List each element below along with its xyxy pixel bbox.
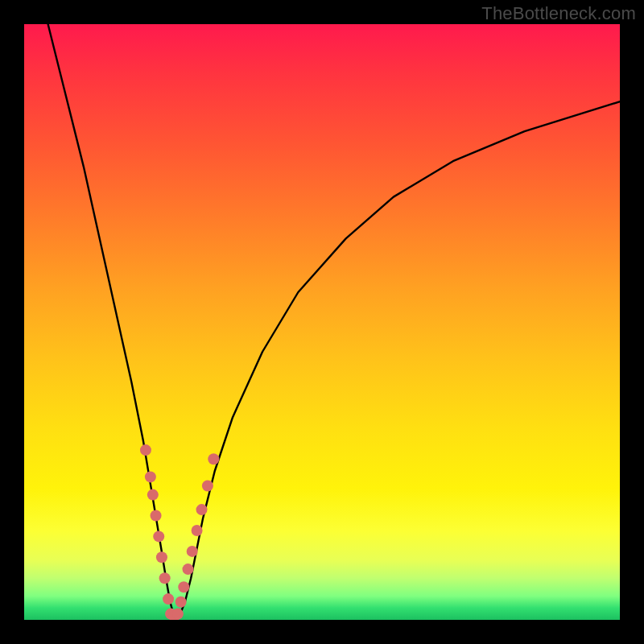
watermark-text: TheBottleneck.com [481, 3, 636, 24]
highlight-dot [145, 471, 156, 482]
chart-frame: TheBottleneck.com [0, 0, 644, 644]
curve-svg [24, 24, 620, 620]
bottleneck-curve-path [48, 24, 620, 617]
highlight-dot [208, 453, 219, 464]
highlight-dot [192, 525, 203, 536]
highlight-dot [151, 510, 162, 522]
highlight-dot [187, 546, 198, 557]
highlight-dot [178, 581, 189, 592]
highlight-dot [175, 597, 187, 608]
highlight-dot [140, 444, 151, 456]
highlight-dot [183, 564, 194, 575]
highlight-dot [172, 609, 184, 620]
highlight-dot [202, 481, 213, 492]
highlight-dot [159, 572, 171, 584]
highlight-dot [147, 489, 159, 501]
highlight-dot [196, 504, 208, 515]
highlight-dot [153, 530, 164, 542]
highlight-dot [156, 551, 167, 563]
plot-area [24, 24, 620, 620]
highlight-dot [163, 593, 174, 605]
curve-layer [48, 24, 620, 617]
dots-layer [140, 444, 219, 620]
